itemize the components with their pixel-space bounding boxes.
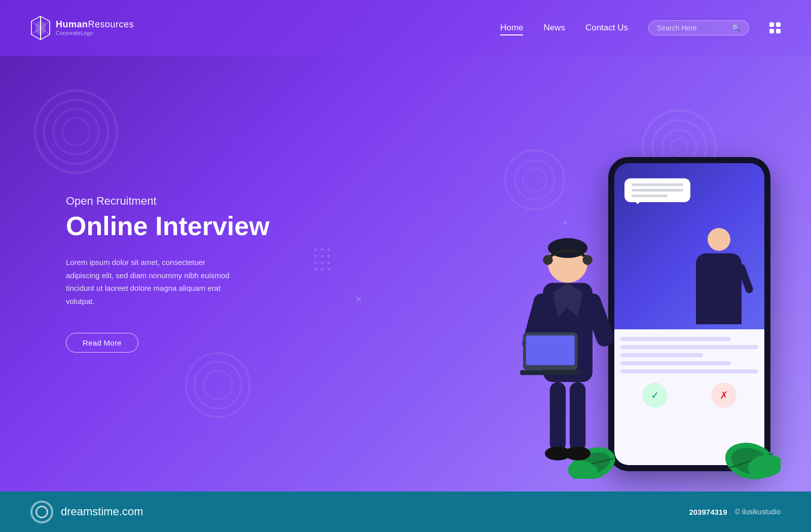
content-line-5 <box>620 369 758 373</box>
chat-line-3 <box>632 195 668 197</box>
chat-line-1 <box>632 183 683 186</box>
decor-spiral-1 <box>30 86 122 177</box>
footer-image-id: 203974319 <box>689 508 727 516</box>
search-icon[interactable]: 🔍 <box>732 24 741 32</box>
interviewer-illustration <box>517 238 618 476</box>
decor-spiral-4 <box>502 147 568 213</box>
footer-copyright: © ilusikustudio <box>735 508 781 516</box>
chat-line-2 <box>632 189 683 192</box>
content-line-3 <box>620 353 703 357</box>
dots-decoration-left <box>314 248 330 271</box>
navigation: Home News Contact Us 🔍 <box>500 20 781 35</box>
nav-home[interactable]: Home <box>500 20 523 35</box>
logo-resources: Resources <box>88 19 134 29</box>
footer-site-suffix: .com <box>119 505 143 518</box>
search-input[interactable] <box>657 24 728 32</box>
logo-icon <box>30 15 51 41</box>
svg-point-29 <box>543 255 553 265</box>
svg-point-17 <box>515 160 555 200</box>
hero-subtitle: Open Recruitment <box>66 195 270 208</box>
svg-point-30 <box>582 255 593 265</box>
grid-dot-3 <box>769 29 774 33</box>
grid-dot-1 <box>769 22 774 27</box>
footer-right: 203974319 © ilusikustudio <box>689 508 781 516</box>
content-line-2 <box>620 345 758 349</box>
leaf-right <box>720 431 781 481</box>
hero-description: Lorem ipsum dolor sit amet, consectetuer… <box>66 256 238 308</box>
read-more-button[interactable]: Read More <box>66 333 138 353</box>
nav-news[interactable]: News <box>543 20 565 35</box>
search-box[interactable]: 🔍 <box>648 20 749 35</box>
svg-point-8 <box>62 118 90 145</box>
svg-point-18 <box>523 168 547 192</box>
hero-title: Online Interview <box>66 212 270 241</box>
screen-person-body <box>696 253 742 324</box>
footer: dreamstime.com 203974319 © ilusikustudio <box>0 491 811 532</box>
footer-logo: dreamstime.com <box>30 501 143 523</box>
svg-rect-41 <box>570 382 585 451</box>
phone-illustration: ✓ ✗ <box>608 157 770 471</box>
svg-point-6 <box>44 100 108 164</box>
page-container: HumanResources CorporateLogo Home News C… <box>0 0 811 532</box>
content-line-1 <box>620 337 731 341</box>
accept-button[interactable]: ✓ <box>642 383 668 408</box>
svg-point-16 <box>505 150 565 210</box>
screen-person <box>688 228 749 329</box>
logo-primary: HumanResources <box>56 19 134 30</box>
header: HumanResources CorporateLogo Home News C… <box>0 0 811 56</box>
footer-swirl-inner <box>35 506 48 518</box>
grid-dot-4 <box>776 29 781 33</box>
chat-bubble <box>624 178 690 202</box>
screen-person-arm <box>736 263 754 294</box>
footer-swirl-icon <box>30 501 53 523</box>
logo-text: HumanResources CorporateLogo <box>56 19 134 37</box>
logo-tagline: CorporateLogo <box>56 30 134 36</box>
content-line-4 <box>620 361 731 365</box>
footer-site-text: dreamstime <box>61 505 119 518</box>
hero-section: ✕ + Open Recruitment Online Interview Lo… <box>0 56 811 491</box>
logo: HumanResources CorporateLogo <box>30 15 134 41</box>
svg-rect-39 <box>520 370 581 375</box>
phone-video-area <box>614 163 764 329</box>
footer-site-name: dreamstime.com <box>61 505 143 518</box>
svg-point-12 <box>671 139 687 155</box>
logo-human: Human <box>56 19 88 29</box>
svg-point-14 <box>195 362 241 408</box>
svg-rect-40 <box>550 382 566 451</box>
svg-point-13 <box>186 353 250 417</box>
svg-point-5 <box>35 91 117 173</box>
phone-action-row: ✓ ✗ <box>620 383 758 408</box>
svg-rect-38 <box>526 335 575 365</box>
screen-person-head <box>708 228 730 251</box>
grid-dot-2 <box>776 22 781 27</box>
reject-button[interactable]: ✗ <box>711 383 736 408</box>
svg-point-15 <box>204 371 232 399</box>
grid-menu-icon[interactable] <box>769 22 781 33</box>
nav-contact[interactable]: Contact Us <box>585 20 628 35</box>
svg-point-43 <box>565 446 591 460</box>
svg-point-7 <box>53 109 99 155</box>
cross-deco-1: ✕ <box>355 294 362 305</box>
cross-deco-2: + <box>562 218 568 229</box>
phone-screen: ✓ ✗ <box>614 163 764 465</box>
decor-spiral-3 <box>182 350 253 421</box>
hero-content: Open Recruitment Online Interview Lorem … <box>66 195 270 353</box>
